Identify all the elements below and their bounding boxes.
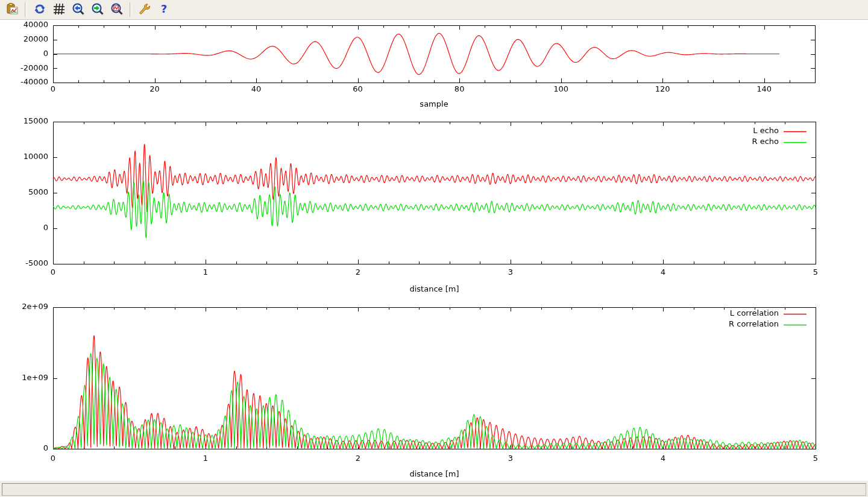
autoscale-button[interactable] [108,1,126,18]
previous-zoom-button[interactable] [69,1,87,18]
zoom-autoscale-icon [110,2,124,17]
status-bar [0,481,868,497]
configure-button[interactable] [136,1,154,18]
plot-surface [0,20,868,481]
chirp-plot-canvas[interactable] [0,20,868,111]
zoom-next-icon [91,2,104,17]
grid-icon [52,2,66,17]
zoom-previous-icon [72,2,85,17]
echo-plot-canvas[interactable] [0,111,868,294]
status-message-area [2,483,866,496]
toolbar-separator [25,2,27,17]
svg-text:?: ? [161,2,167,15]
correlation-plot-canvas[interactable] [0,294,868,481]
toolbar-separator [130,2,132,17]
toggle-grid-button[interactable] [50,1,68,18]
toolbar: ? [0,0,868,20]
clipboard-chart-icon [5,2,19,17]
next-zoom-button[interactable] [89,1,107,18]
help-button[interactable]: ? [155,1,173,18]
replot-button[interactable] [31,1,49,18]
wrench-configure-icon [138,2,151,17]
refresh-replot-icon [33,2,46,17]
copy-to-clipboard-button[interactable] [3,1,21,18]
help-question-icon: ? [157,2,171,17]
gnuplot-window: ? [0,0,868,497]
